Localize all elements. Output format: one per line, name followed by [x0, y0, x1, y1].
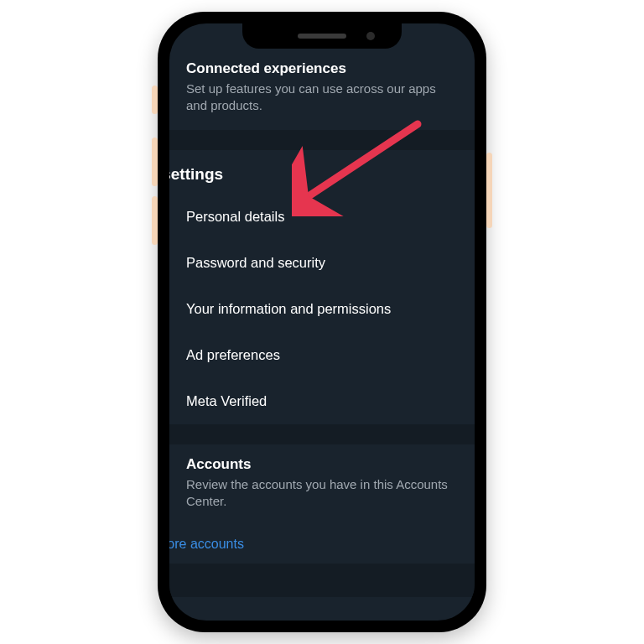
list-item-label: Ad preferences: [186, 347, 280, 362]
meta-verified-row[interactable]: Meta Verified: [169, 378, 475, 424]
list-item-label: Meta Verified: [186, 393, 267, 408]
section-desc: Set up features you can use across our a…: [186, 80, 458, 115]
notch: [242, 23, 402, 49]
ad-preferences-row[interactable]: Ad preferences: [169, 332, 475, 378]
section-title: Connected experiences: [186, 60, 458, 77]
screen: Connected experiences Set up features yo…: [169, 23, 475, 621]
content-scroll[interactable]: Connected experiences Set up features yo…: [169, 23, 475, 621]
link-text: more accounts: [169, 537, 244, 551]
phone-frame: Connected experiences Set up features yo…: [158, 12, 486, 632]
account-settings-header: nt settings: [169, 150, 475, 194]
side-button: [152, 86, 158, 114]
side-button: [152, 196, 158, 245]
password-security-row[interactable]: Password and security: [169, 240, 475, 286]
divider: [169, 424, 475, 444]
side-button: [486, 153, 492, 228]
list-item-label: Personal details: [186, 209, 284, 224]
speaker-icon: [298, 34, 346, 39]
section-desc: Review the accounts you have in this Acc…: [186, 476, 458, 511]
section-title: Accounts: [186, 456, 458, 473]
camera-icon: [366, 32, 375, 40]
header-text: nt settings: [169, 165, 223, 183]
side-button: [152, 138, 158, 186]
more-accounts-link[interactable]: more accounts: [169, 525, 475, 564]
divider: [169, 564, 475, 597]
list-item-label: Password and security: [186, 255, 325, 270]
divider: [169, 130, 475, 150]
information-permissions-row[interactable]: Your information and permissions: [169, 286, 475, 332]
list-item-label: Your information and permissions: [186, 301, 391, 316]
personal-details-row[interactable]: Personal details: [169, 194, 475, 240]
accounts-section: Accounts Review the accounts you have in…: [169, 444, 475, 526]
